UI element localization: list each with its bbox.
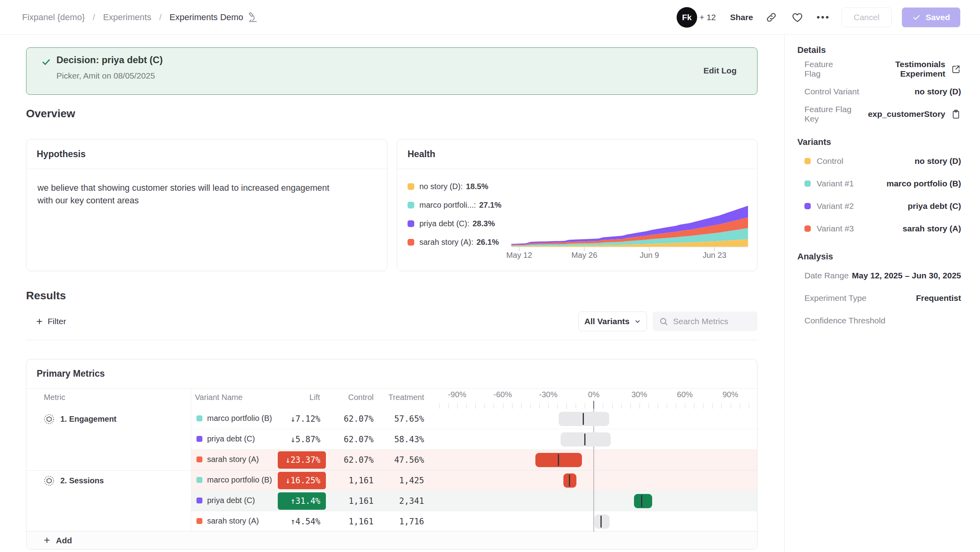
- variant-swatch-icon: [196, 498, 202, 503]
- breadcrumb-current: Experiments Demo: [170, 12, 258, 23]
- lift-value: ↑31.4%: [278, 492, 326, 510]
- breadcrumb-separator: /: [93, 12, 95, 23]
- metric-name-cell[interactable]: 1. Engagement: [44, 414, 116, 424]
- variant-value: no story (D): [915, 156, 961, 166]
- metric-name-cell[interactable]: 2. Sessions: [44, 475, 104, 486]
- variant-swatch-icon: [196, 415, 202, 421]
- decision-banner: Decision: priya debt (C) Picker, Amit on…: [26, 47, 757, 95]
- table-row[interactable]: sarah story (A)↓23.37%62.07%47.56%: [26, 450, 757, 470]
- details-label: Control Variant: [804, 87, 859, 96]
- edit-log-button[interactable]: Edit Log: [703, 66, 737, 75]
- legend-swatch-icon: [408, 220, 414, 227]
- treatment-value: 47.56%: [374, 450, 424, 470]
- metric-name: 2. Sessions: [60, 476, 104, 485]
- table-header: Metric Variant Name Lift Control Treatme…: [26, 389, 757, 409]
- add-metric-button[interactable]: + Add: [26, 531, 757, 549]
- details-value[interactable]: Testimonials Experiment: [850, 60, 961, 79]
- variant-swatch-icon: [804, 225, 811, 232]
- details-value[interactable]: exp_customerStory: [868, 109, 961, 119]
- analysis-value: Frequentist: [916, 293, 961, 303]
- variant-cell: sarah story (A): [196, 455, 259, 464]
- avatar-group[interactable]: Fk + 12: [677, 7, 716, 28]
- analysis-value: May 12, 2025 – Jun 30, 2025: [852, 271, 961, 280]
- external-link-icon[interactable]: [951, 64, 961, 74]
- variant-label: Variant #3: [804, 224, 854, 233]
- heart-icon: [791, 11, 803, 23]
- check-icon: [41, 57, 51, 68]
- analysis-label: Date Range: [804, 271, 849, 280]
- variant-swatch-icon: [196, 456, 202, 462]
- details-label: Feature Flag Key: [804, 105, 868, 124]
- saved-button[interactable]: Saved: [902, 8, 960, 27]
- variants-dropdown[interactable]: All Variants: [578, 312, 647, 331]
- variant-swatch-icon: [196, 477, 202, 483]
- add-filter-button[interactable]: + Filter: [26, 316, 66, 327]
- details-label: Feature Flag: [804, 60, 850, 79]
- confidence-interval-bar: [561, 432, 611, 447]
- analysis-heading: Analysis: [797, 252, 961, 262]
- treatment-value: 58.43%: [374, 429, 424, 450]
- plus-icon: +: [44, 535, 50, 546]
- metric-target-icon: [44, 475, 54, 486]
- treatment-value: 57.65%: [374, 409, 424, 429]
- confidence-interval-bar: [595, 514, 610, 529]
- variants-heading: Variants: [797, 137, 961, 147]
- results-divider: [26, 340, 757, 340]
- search-metrics-box[interactable]: [653, 312, 757, 331]
- primary-metrics-title: Primary Metrics: [26, 359, 757, 389]
- analysis-row: Confidence Threshold: [797, 309, 961, 332]
- health-legend: no story (D): 18.5%marco portfoli...: 27…: [408, 181, 501, 247]
- search-metrics-input[interactable]: [673, 317, 751, 326]
- collaborator-count[interactable]: + 12: [699, 13, 716, 22]
- lift-point-tick: [600, 516, 602, 528]
- hypothesis-body: we believe that showing customer stories…: [26, 169, 354, 220]
- avatar[interactable]: Fk: [677, 7, 697, 28]
- table-row[interactable]: 1. Engagementmarco portfolio (B)↓7.12%62…: [26, 409, 757, 429]
- clipboard-icon[interactable]: [951, 109, 961, 119]
- cancel-button[interactable]: Cancel: [842, 8, 892, 27]
- copy-link-button[interactable]: [763, 9, 779, 25]
- breadcrumb-project[interactable]: Fixpanel {demo}: [22, 12, 85, 23]
- table-row[interactable]: sarah story (A)↑4.54%1,1611,716: [26, 511, 757, 532]
- health-title: Health: [397, 139, 757, 169]
- variant-cell: marco portfolio (B): [196, 414, 272, 423]
- analysis-label: Experiment Type: [804, 293, 866, 303]
- variant-value: priya debt (C): [908, 201, 961, 211]
- link-icon: [765, 11, 777, 23]
- legend-label: marco portfoli...:: [419, 201, 476, 210]
- variant-swatch-icon: [804, 158, 811, 164]
- axis-tick-label: 60%: [665, 390, 705, 399]
- variant-label-text: Control: [817, 156, 843, 166]
- control-value: 62.07%: [324, 429, 374, 450]
- breadcrumb-experiments[interactable]: Experiments: [103, 12, 151, 23]
- health-legend-item: sarah story (A): 26.1%: [408, 237, 501, 247]
- plus-icon: +: [36, 316, 43, 327]
- table-row[interactable]: 2. Sessionsmarco portfolio (B)↓16.25%1,1…: [26, 470, 757, 491]
- variant-name: marco portfolio (B): [207, 475, 272, 484]
- control-value: 1,161: [324, 511, 374, 532]
- legend-label: sarah story (A):: [419, 238, 473, 247]
- col-variant-name: Variant Name: [195, 393, 243, 402]
- axis-tick-label: 30%: [619, 390, 659, 399]
- variant-name: sarah story (A): [207, 455, 259, 464]
- table-row[interactable]: priya debt (C)↓5.87%62.07%58.43%: [26, 429, 757, 450]
- favorite-button[interactable]: [789, 9, 805, 25]
- variant-swatch-icon: [196, 436, 202, 442]
- chart-x-label: Jun 9: [628, 251, 671, 260]
- variant-swatch-icon: [804, 203, 811, 209]
- lift-point-tick: [583, 413, 584, 425]
- details-value-text: no story (D): [915, 87, 961, 96]
- control-value: 1,161: [324, 491, 374, 511]
- details-value: no story (D): [915, 87, 961, 96]
- variant-label-text: Variant #1: [817, 179, 854, 188]
- more-options-button[interactable]: •••: [815, 9, 831, 25]
- legend-label: priya debt (C):: [419, 219, 469, 228]
- variant-value: sarah story (A): [903, 224, 961, 233]
- metric-column-divider: [191, 389, 191, 532]
- share-button[interactable]: Share: [730, 13, 753, 22]
- legend-value: 27.1%: [479, 201, 501, 210]
- lift-point-tick: [641, 495, 642, 507]
- table-row[interactable]: priya debt (C)↑31.4%1,1612,341: [26, 491, 757, 511]
- decision-title: Decision: priya debt (C): [56, 54, 163, 66]
- details-value-text: exp_customerStory: [868, 109, 945, 119]
